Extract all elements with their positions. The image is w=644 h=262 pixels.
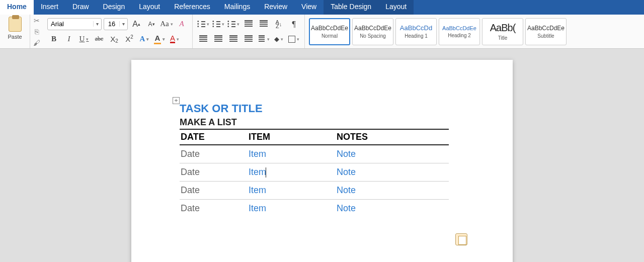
col-date[interactable]: DATE bbox=[180, 129, 248, 145]
style-heading-1[interactable]: AaBbCcDd Heading 1 bbox=[395, 18, 437, 45]
style-no-spacing[interactable]: AaBbCcDdEe No Spacing bbox=[352, 18, 393, 45]
align-right-button[interactable] bbox=[227, 33, 240, 45]
borders-icon bbox=[288, 36, 295, 43]
col-notes[interactable]: NOTES bbox=[336, 129, 449, 145]
tab-insert[interactable]: Insert bbox=[34, 0, 65, 15]
tab-draw[interactable]: Draw bbox=[65, 0, 96, 15]
style-title[interactable]: AaBb( Title bbox=[482, 18, 523, 45]
table-row[interactable]: Date Item Note bbox=[180, 145, 449, 163]
tab-design[interactable]: Design bbox=[96, 0, 132, 15]
table-row[interactable]: Date Item Note bbox=[180, 182, 449, 200]
tab-view[interactable]: View bbox=[294, 0, 324, 15]
tab-home[interactable]: Home bbox=[0, 0, 34, 15]
show-hide-button[interactable]: ¶ bbox=[287, 18, 300, 30]
ribbon-tabs: Home Insert Draw Design Layout Reference… bbox=[0, 0, 644, 15]
styles-gallery: AaBbCcDdEe Normal AaBbCcDdEe No Spacing … bbox=[305, 15, 571, 48]
align-center-button[interactable] bbox=[212, 33, 225, 45]
subscript-button[interactable]: X2 bbox=[108, 33, 121, 45]
font-group: Arial ▾ 16 ▾ A▴ A▾ Aa A B I U abc X2 X2 … bbox=[43, 15, 193, 48]
font-size-value: 16 bbox=[104, 20, 119, 28]
font-name-combo[interactable]: Arial ▾ bbox=[47, 18, 102, 30]
ribbon: Paste ✂ ⎘ 🖌 Arial ▾ 16 ▾ A▴ A▾ Aa A bbox=[0, 15, 644, 49]
tab-references[interactable]: References bbox=[167, 0, 217, 15]
list-table[interactable]: DATE ITEM NOTES Date Item Note Date Item… bbox=[180, 129, 449, 217]
chevron-down-icon[interactable]: ▾ bbox=[119, 21, 127, 27]
increase-indent-button[interactable] bbox=[257, 18, 270, 30]
copy-icon[interactable]: ⎘ bbox=[32, 28, 41, 36]
bold-button[interactable]: B bbox=[47, 33, 60, 45]
decrease-indent-button[interactable] bbox=[242, 18, 255, 30]
tab-table-design[interactable]: Table Design bbox=[324, 0, 378, 15]
document-canvas: + TASK OR TITLE MAKE A LIST DATE ITEM NO… bbox=[0, 49, 644, 262]
shading-button[interactable]: ◆ bbox=[272, 33, 285, 45]
style-normal[interactable]: AaBbCcDdEe Normal bbox=[309, 18, 350, 45]
format-painter-icon[interactable]: 🖌 bbox=[32, 39, 41, 47]
superscript-button[interactable]: X2 bbox=[123, 33, 136, 45]
text-effects-button[interactable]: A bbox=[138, 33, 151, 45]
shrink-font-button[interactable]: A▾ bbox=[145, 18, 158, 30]
style-subtitle[interactable]: AaBbCcDdEe Subtitle bbox=[525, 18, 567, 45]
table-row[interactable]: Date Item Note bbox=[180, 163, 449, 182]
font-color-button[interactable]: A bbox=[168, 33, 181, 45]
line-spacing-button[interactable] bbox=[257, 33, 270, 45]
col-item[interactable]: ITEM bbox=[248, 129, 336, 145]
change-case-button[interactable]: Aa bbox=[160, 18, 173, 30]
clear-formatting-button[interactable]: A bbox=[175, 18, 188, 30]
doc-subtitle[interactable]: MAKE A LIST bbox=[180, 117, 480, 128]
paste-icon[interactable] bbox=[9, 17, 22, 32]
table-header-row: DATE ITEM NOTES bbox=[180, 129, 449, 145]
multilevel-list-button[interactable] bbox=[227, 18, 240, 30]
grow-font-button[interactable]: A▴ bbox=[130, 18, 143, 30]
bullets-button[interactable] bbox=[197, 18, 210, 30]
paragraph-group: AZ↓ ¶ ◆ bbox=[193, 15, 305, 48]
style-heading-2[interactable]: AaBbCcDdEe Heading 2 bbox=[439, 18, 480, 45]
strikethrough-button[interactable]: abc bbox=[93, 33, 106, 45]
tab-layout[interactable]: Layout bbox=[132, 0, 167, 15]
borders-button[interactable] bbox=[287, 33, 300, 45]
cut-icon[interactable]: ✂ bbox=[32, 17, 41, 25]
justify-button[interactable] bbox=[242, 33, 255, 45]
paste-label: Paste bbox=[8, 34, 22, 40]
paint-bucket-icon: ◆ bbox=[274, 35, 279, 43]
clipboard-group: Paste bbox=[0, 15, 30, 48]
highlight-button[interactable]: A bbox=[153, 33, 166, 45]
numbering-button[interactable] bbox=[212, 18, 225, 30]
tab-mailings[interactable]: Mailings bbox=[217, 0, 257, 15]
doc-title[interactable]: TASK OR TITLE bbox=[180, 102, 480, 115]
align-left-button[interactable] bbox=[197, 33, 210, 45]
font-name-value: Arial bbox=[48, 20, 93, 28]
table-row[interactable]: Date Item Note bbox=[180, 200, 449, 218]
italic-button[interactable]: I bbox=[62, 33, 75, 45]
underline-button[interactable]: U bbox=[77, 33, 91, 45]
tab-review[interactable]: Review bbox=[257, 0, 294, 15]
font-size-combo[interactable]: 16 ▾ bbox=[104, 18, 128, 30]
tab-table-layout[interactable]: Layout bbox=[378, 0, 414, 15]
sort-button[interactable]: AZ↓ bbox=[272, 18, 285, 30]
document-page[interactable]: + TASK OR TITLE MAKE A LIST DATE ITEM NO… bbox=[131, 60, 513, 262]
table-move-handle[interactable]: + bbox=[173, 97, 180, 104]
chevron-down-icon[interactable]: ▾ bbox=[93, 21, 101, 27]
paste-options-button[interactable] bbox=[455, 233, 467, 245]
